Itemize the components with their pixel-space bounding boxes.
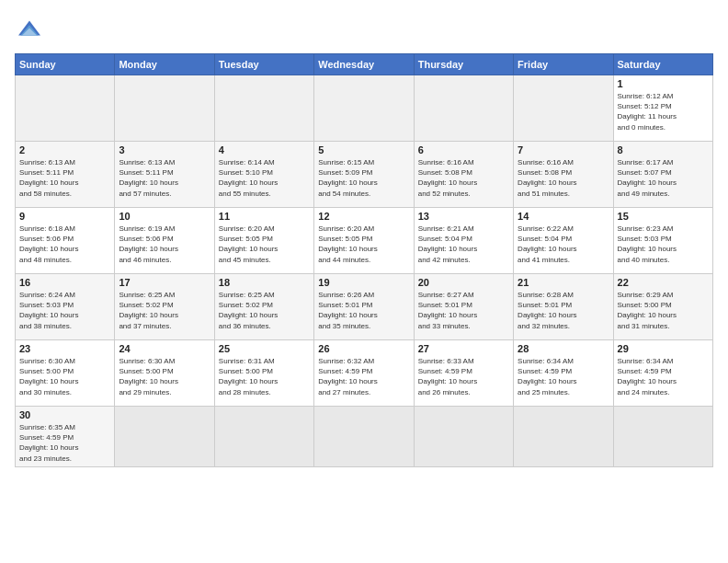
calendar-cell: 30Sunrise: 6:35 AMSunset: 4:59 PMDayligh… <box>16 407 115 467</box>
calendar-cell: 22Sunrise: 6:29 AMSunset: 5:00 PMDayligh… <box>613 274 712 340</box>
calendar-cell: 28Sunrise: 6:34 AMSunset: 4:59 PMDayligh… <box>514 340 613 407</box>
calendar-cell <box>314 75 414 142</box>
day-number: 19 <box>318 277 409 288</box>
calendar-cell: 2Sunrise: 6:13 AMSunset: 5:11 PMDaylight… <box>16 142 115 208</box>
day-number: 18 <box>219 277 310 288</box>
calendar-cell: 26Sunrise: 6:32 AMSunset: 4:59 PMDayligh… <box>314 340 414 407</box>
calendar-cell: 5Sunrise: 6:15 AMSunset: 5:09 PMDaylight… <box>314 142 414 208</box>
day-number: 15 <box>618 211 709 222</box>
day-info: Sunrise: 6:25 AMSunset: 5:02 PMDaylight:… <box>119 290 210 331</box>
day-number: 5 <box>318 144 409 155</box>
calendar-cell <box>514 407 613 467</box>
calendar-cell: 20Sunrise: 6:27 AMSunset: 5:01 PMDayligh… <box>414 274 513 340</box>
calendar-cell: 25Sunrise: 6:31 AMSunset: 5:00 PMDayligh… <box>214 340 313 407</box>
weekday-header-wednesday: Wednesday <box>314 54 414 75</box>
day-info: Sunrise: 6:33 AMSunset: 4:59 PMDaylight:… <box>418 356 509 397</box>
weekday-header-tuesday: Tuesday <box>214 54 313 75</box>
day-number: 25 <box>219 343 310 354</box>
day-info: Sunrise: 6:17 AMSunset: 5:07 PMDaylight:… <box>618 157 709 199</box>
day-info: Sunrise: 6:13 AMSunset: 5:11 PMDaylight:… <box>19 157 110 199</box>
day-info: Sunrise: 6:20 AMSunset: 5:05 PMDaylight:… <box>318 224 409 265</box>
header <box>15 15 713 44</box>
weekday-header-row: SundayMondayTuesdayWednesdayThursdayFrid… <box>16 54 713 75</box>
calendar-cell: 23Sunrise: 6:30 AMSunset: 5:00 PMDayligh… <box>16 340 115 407</box>
day-number: 3 <box>119 144 210 155</box>
week-row-4: 16Sunrise: 6:24 AMSunset: 5:03 PMDayligh… <box>16 274 713 340</box>
day-info: Sunrise: 6:27 AMSunset: 5:01 PMDaylight:… <box>418 290 509 331</box>
calendar-cell: 19Sunrise: 6:26 AMSunset: 5:01 PMDayligh… <box>314 274 414 340</box>
day-info: Sunrise: 6:15 AMSunset: 5:09 PMDaylight:… <box>318 157 409 199</box>
day-number: 10 <box>119 211 210 222</box>
day-info: Sunrise: 6:12 AMSunset: 5:12 PMDaylight:… <box>618 91 709 132</box>
day-number: 27 <box>418 343 509 354</box>
calendar-cell: 7Sunrise: 6:16 AMSunset: 5:08 PMDaylight… <box>514 142 613 208</box>
calendar-cell: 12Sunrise: 6:20 AMSunset: 5:05 PMDayligh… <box>314 208 414 274</box>
logo-icon <box>15 15 44 44</box>
day-info: Sunrise: 6:21 AMSunset: 5:04 PMDaylight:… <box>418 224 509 265</box>
day-number: 11 <box>219 211 310 222</box>
week-row-5: 23Sunrise: 6:30 AMSunset: 5:00 PMDayligh… <box>16 340 713 407</box>
calendar-cell: 21Sunrise: 6:28 AMSunset: 5:01 PMDayligh… <box>514 274 613 340</box>
day-number: 9 <box>19 211 110 222</box>
week-row-3: 9Sunrise: 6:18 AMSunset: 5:06 PMDaylight… <box>16 208 713 274</box>
calendar-cell <box>314 407 414 467</box>
calendar-cell: 15Sunrise: 6:23 AMSunset: 5:03 PMDayligh… <box>613 208 712 274</box>
day-number: 16 <box>19 277 110 288</box>
day-number: 24 <box>119 343 210 354</box>
day-number: 28 <box>518 343 609 354</box>
calendar-cell: 11Sunrise: 6:20 AMSunset: 5:05 PMDayligh… <box>214 208 313 274</box>
calendar-cell: 13Sunrise: 6:21 AMSunset: 5:04 PMDayligh… <box>414 208 513 274</box>
calendar-cell: 27Sunrise: 6:33 AMSunset: 4:59 PMDayligh… <box>414 340 513 407</box>
day-info: Sunrise: 6:28 AMSunset: 5:01 PMDaylight:… <box>518 290 609 331</box>
day-number: 17 <box>119 277 210 288</box>
day-number: 12 <box>318 211 409 222</box>
calendar-cell: 14Sunrise: 6:22 AMSunset: 5:04 PMDayligh… <box>514 208 613 274</box>
calendar-cell <box>414 407 513 467</box>
day-info: Sunrise: 6:13 AMSunset: 5:11 PMDaylight:… <box>119 157 210 199</box>
day-info: Sunrise: 6:29 AMSunset: 5:00 PMDaylight:… <box>618 290 709 331</box>
calendar-cell <box>414 75 513 142</box>
day-number: 22 <box>618 277 709 288</box>
day-number: 14 <box>518 211 609 222</box>
weekday-header-monday: Monday <box>115 54 214 75</box>
calendar-cell: 1Sunrise: 6:12 AMSunset: 5:12 PMDaylight… <box>613 75 712 142</box>
weekday-header-thursday: Thursday <box>414 54 513 75</box>
day-number: 21 <box>518 277 609 288</box>
day-number: 23 <box>19 343 110 354</box>
calendar-cell <box>115 75 214 142</box>
day-info: Sunrise: 6:24 AMSunset: 5:03 PMDaylight:… <box>19 290 110 331</box>
day-info: Sunrise: 6:31 AMSunset: 5:00 PMDaylight:… <box>219 356 310 397</box>
day-info: Sunrise: 6:22 AMSunset: 5:04 PMDaylight:… <box>518 224 609 265</box>
weekday-header-friday: Friday <box>514 54 613 75</box>
calendar-cell: 8Sunrise: 6:17 AMSunset: 5:07 PMDaylight… <box>613 142 712 208</box>
calendar-cell: 24Sunrise: 6:30 AMSunset: 5:00 PMDayligh… <box>115 340 214 407</box>
day-info: Sunrise: 6:32 AMSunset: 4:59 PMDaylight:… <box>318 356 409 397</box>
calendar-cell: 10Sunrise: 6:19 AMSunset: 5:06 PMDayligh… <box>115 208 214 274</box>
calendar-cell: 16Sunrise: 6:24 AMSunset: 5:03 PMDayligh… <box>16 274 115 340</box>
weekday-header-sunday: Sunday <box>16 54 115 75</box>
day-number: 2 <box>19 144 110 155</box>
day-number: 8 <box>618 144 709 155</box>
calendar-cell: 3Sunrise: 6:13 AMSunset: 5:11 PMDaylight… <box>115 142 214 208</box>
day-number: 20 <box>418 277 509 288</box>
calendar-cell <box>214 407 313 467</box>
week-row-6: 30Sunrise: 6:35 AMSunset: 4:59 PMDayligh… <box>16 407 713 467</box>
calendar-cell <box>613 407 712 467</box>
calendar-cell: 29Sunrise: 6:34 AMSunset: 4:59 PMDayligh… <box>613 340 712 407</box>
day-info: Sunrise: 6:16 AMSunset: 5:08 PMDaylight:… <box>518 157 609 199</box>
week-row-1: 1Sunrise: 6:12 AMSunset: 5:12 PMDaylight… <box>16 75 713 142</box>
day-number: 26 <box>318 343 409 354</box>
day-number: 7 <box>518 144 609 155</box>
calendar-cell: 4Sunrise: 6:14 AMSunset: 5:10 PMDaylight… <box>214 142 313 208</box>
day-number: 13 <box>418 211 509 222</box>
day-info: Sunrise: 6:26 AMSunset: 5:01 PMDaylight:… <box>318 290 409 331</box>
day-info: Sunrise: 6:19 AMSunset: 5:06 PMDaylight:… <box>119 224 210 265</box>
calendar-table: SundayMondayTuesdayWednesdayThursdayFrid… <box>15 53 713 467</box>
page: SundayMondayTuesdayWednesdayThursdayFrid… <box>0 0 728 563</box>
day-info: Sunrise: 6:34 AMSunset: 4:59 PMDaylight:… <box>618 356 709 397</box>
day-info: Sunrise: 6:34 AMSunset: 4:59 PMDaylight:… <box>518 356 609 397</box>
day-info: Sunrise: 6:14 AMSunset: 5:10 PMDaylight:… <box>219 157 310 199</box>
day-number: 29 <box>618 343 709 354</box>
calendar-cell <box>16 75 115 142</box>
day-info: Sunrise: 6:23 AMSunset: 5:03 PMDaylight:… <box>618 224 709 265</box>
